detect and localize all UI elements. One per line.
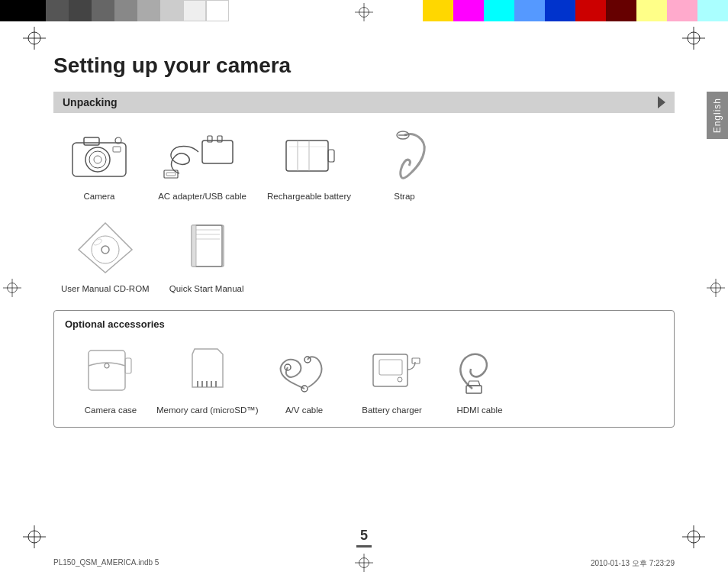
quickstart-icon: [172, 218, 241, 279]
page-number-underline: [356, 545, 372, 548]
unpacking-title: Unpacking: [63, 96, 118, 108]
av-cable-label: A/V cable: [285, 405, 323, 416]
unpacking-section-header: Unpacking: [53, 92, 675, 113]
svg-point-46: [92, 238, 102, 247]
quickstart-label: Quick Start Manual: [169, 283, 244, 295]
item-battery-charger: Battery charger: [350, 339, 434, 416]
language-tab: English: [707, 92, 728, 139]
svg-rect-29: [113, 147, 121, 152]
hdmi-cable-label: HDMI cable: [457, 405, 503, 416]
svg-rect-31: [202, 141, 233, 163]
svg-rect-33: [217, 136, 222, 142]
item-battery: Rechargeable battery: [267, 125, 351, 202]
av-cable-icon: [270, 339, 339, 400]
svg-rect-48: [195, 225, 222, 267]
svg-point-26: [89, 151, 106, 168]
unpacking-items-row1: Camera AC adapter/USB cable: [53, 125, 675, 202]
svg-rect-32: [208, 136, 212, 142]
memory-card-icon: [173, 339, 242, 400]
cdrom-icon: [71, 218, 140, 279]
ac-adapter-label: AC adapter/USB cable: [158, 191, 246, 202]
section-arrow: [658, 96, 665, 108]
svg-point-27: [94, 156, 101, 163]
memory-card-label: Memory card (microSD™): [156, 405, 259, 416]
reg-mark-tr: [682, 27, 705, 50]
footer: PL150_QSM_AMERICA.indb 5 2010-01-13 오후 7…: [53, 558, 675, 569]
footer-left: PL150_QSM_AMERICA.indb 5: [53, 558, 159, 569]
ac-adapter-icon: [156, 125, 248, 186]
svg-marker-70: [468, 381, 480, 386]
item-camera-case: Camera case: [72, 339, 149, 416]
camera-label: Camera: [84, 191, 115, 202]
unpacking-items-row2: User Manual CD-ROM Quick Start Manual: [53, 218, 675, 295]
svg-point-45: [101, 246, 109, 254]
reg-mark-tl: [23, 27, 46, 50]
svg-rect-52: [192, 225, 196, 267]
camera-icon: [65, 125, 134, 186]
camera-case-icon: [76, 339, 145, 400]
main-content: Setting up your camera Unpacking: [53, 53, 675, 537]
svg-rect-37: [328, 150, 334, 162]
item-memory-card: Memory card (microSD™): [156, 339, 259, 416]
footer-right: 2010-01-13 오후 7:23:29: [591, 558, 675, 569]
battery-charger-icon: [358, 339, 427, 400]
item-av-cable: A/V cable: [266, 339, 343, 416]
svg-rect-35: [166, 173, 176, 176]
reg-mark-lc: [3, 279, 21, 297]
strap-icon: [370, 125, 439, 186]
svg-rect-28: [84, 137, 99, 145]
reg-mark-tc: [355, 3, 373, 21]
svg-point-67: [398, 377, 402, 382]
battery-label: Rechargeable battery: [267, 191, 351, 202]
svg-point-54: [105, 363, 109, 368]
optional-accessories-box: Optional accessories Camera: [53, 310, 675, 428]
svg-rect-66: [379, 360, 402, 375]
language-label: English: [712, 98, 723, 133]
cdrom-label: User Manual CD-ROM: [61, 283, 150, 295]
page-title: Setting up your camera: [53, 53, 675, 78]
page-number-container: 5: [356, 528, 372, 548]
reg-mark-br: [682, 525, 705, 548]
svg-rect-69: [466, 386, 482, 393]
page-number: 5: [360, 528, 368, 543]
camera-case-label: Camera case: [85, 405, 137, 416]
svg-rect-55: [125, 358, 131, 373]
item-ac-adapter: AC adapter/USB cable: [153, 125, 252, 202]
item-quickstart: Quick Start Manual: [165, 218, 249, 295]
item-camera: Camera: [61, 125, 137, 202]
svg-point-44: [92, 236, 119, 263]
optional-title: Optional accessories: [65, 318, 663, 330]
svg-rect-36: [286, 141, 328, 171]
battery-icon: [275, 125, 343, 186]
optional-items-row: Camera case Memory card (m: [65, 339, 663, 416]
item-strap: Strap: [366, 125, 443, 202]
svg-marker-43: [79, 223, 132, 273]
item-hdmi-cable: HDMI cable: [442, 339, 518, 416]
svg-rect-53: [89, 350, 125, 390]
reg-mark-rc: [707, 279, 725, 297]
svg-rect-68: [412, 358, 420, 363]
strap-label: Strap: [394, 191, 415, 202]
battery-charger-label: Battery charger: [362, 405, 422, 416]
hdmi-cable-icon: [446, 339, 514, 400]
item-cdrom: User Manual CD-ROM: [61, 218, 150, 295]
reg-mark-bl: [23, 525, 46, 548]
